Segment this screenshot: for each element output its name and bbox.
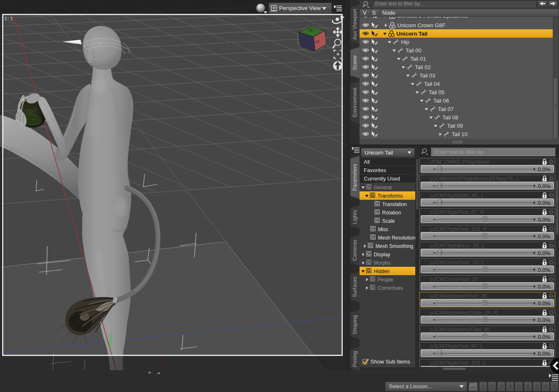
- svg-text:Perspective View: Perspective View: [279, 5, 321, 11]
- svg-text:1 : 1: 1 : 1: [5, 16, 13, 21]
- svg-text:Left: Left: [313, 39, 320, 44]
